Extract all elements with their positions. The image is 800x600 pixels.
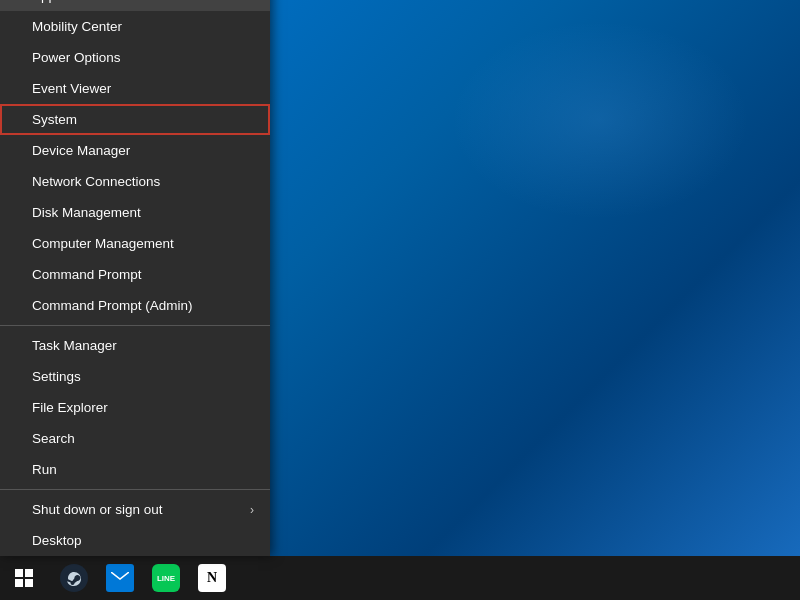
menu-item-search[interactable]: Search: [0, 423, 270, 454]
start-button[interactable]: [0, 556, 48, 600]
menu-item-system[interactable]: System: [0, 104, 270, 135]
menu-item-shut-down[interactable]: Shut down or sign out ›: [0, 494, 270, 525]
submenu-arrow-icon: ›: [250, 503, 254, 517]
menu-item-power-options[interactable]: Power Options: [0, 42, 270, 73]
menu-item-event-viewer[interactable]: Event Viewer: [0, 73, 270, 104]
svg-rect-2: [15, 579, 23, 587]
svg-rect-0: [15, 569, 23, 577]
context-menu: Apps and Features Mobility Center Power …: [0, 0, 270, 556]
menu-item-run[interactable]: Run: [0, 454, 270, 485]
menu-item-device-manager[interactable]: Device Manager: [0, 135, 270, 166]
svg-rect-1: [25, 569, 33, 577]
menu-item-mobility-center[interactable]: Mobility Center: [0, 11, 270, 42]
menu-item-desktop[interactable]: Desktop: [0, 525, 270, 556]
menu-divider-1: [0, 325, 270, 326]
menu-item-command-prompt-admin[interactable]: Command Prompt (Admin): [0, 290, 270, 321]
taskbar-notion-icon[interactable]: N: [190, 556, 234, 600]
desktop: Apps and Features Mobility Center Power …: [0, 0, 800, 600]
menu-item-file-explorer[interactable]: File Explorer: [0, 392, 270, 423]
taskbar-line-icon[interactable]: LINE: [144, 556, 188, 600]
desktop-accent: [450, 20, 750, 220]
taskbar: LINE N: [0, 556, 800, 600]
menu-item-computer-management[interactable]: Computer Management: [0, 228, 270, 259]
menu-item-command-prompt[interactable]: Command Prompt: [0, 259, 270, 290]
taskbar-icons: LINE N: [52, 556, 234, 600]
menu-item-task-manager[interactable]: Task Manager: [0, 330, 270, 361]
taskbar-mail-icon[interactable]: [98, 556, 142, 600]
menu-item-apps-features[interactable]: Apps and Features: [0, 0, 270, 11]
taskbar-steam-icon[interactable]: [52, 556, 96, 600]
menu-item-settings[interactable]: Settings: [0, 361, 270, 392]
menu-item-disk-management[interactable]: Disk Management: [0, 197, 270, 228]
menu-divider-2: [0, 489, 270, 490]
svg-rect-3: [25, 579, 33, 587]
menu-item-network-connections[interactable]: Network Connections: [0, 166, 270, 197]
